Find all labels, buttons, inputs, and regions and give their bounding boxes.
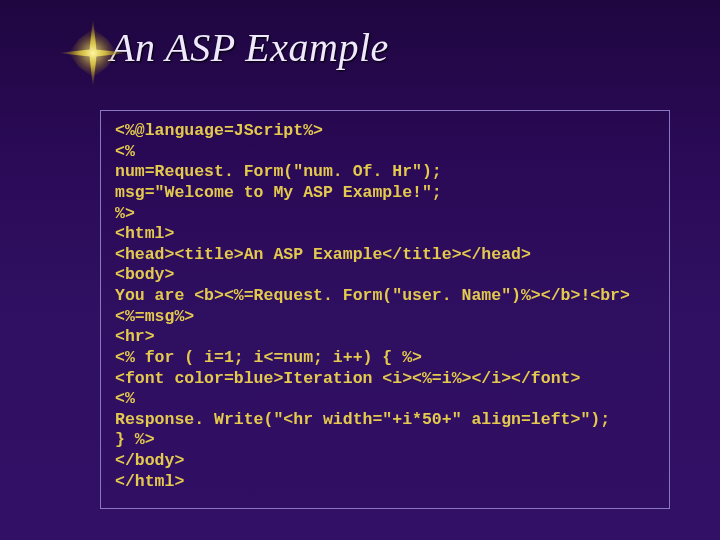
star-icon xyxy=(58,18,128,88)
code-line: <html> xyxy=(115,224,655,245)
code-line: You are <b><%=Request. Form("user. Name"… xyxy=(115,286,655,307)
code-line: num=Request. Form("num. Of. Hr"); xyxy=(115,162,655,183)
code-line: <%@language=JScript%> xyxy=(115,121,655,142)
code-line: Response. Write("<hr width="+i*50+" alig… xyxy=(115,410,655,431)
code-line: %> xyxy=(115,204,655,225)
code-line: <head><title>An ASP Example</title></hea… xyxy=(115,245,655,266)
code-line: <% xyxy=(115,389,655,410)
code-line: <%=msg%> xyxy=(115,307,655,328)
code-line: </body> xyxy=(115,451,655,472)
code-box: <%@language=JScript%> <% num=Request. Fo… xyxy=(100,110,670,509)
code-line: </html> xyxy=(115,472,655,493)
code-line: <hr> xyxy=(115,327,655,348)
code-line: <font color=blue>Iteration <i><%=i%></i>… xyxy=(115,369,655,390)
code-line: msg="Welcome to My ASP Example!"; xyxy=(115,183,655,204)
slide: An ASP Example <%@language=JScript%> <% … xyxy=(0,0,720,540)
title-row: An ASP Example xyxy=(110,24,389,71)
code-line: <body> xyxy=(115,265,655,286)
code-line: <% for ( i=1; i<=num; i++) { %> xyxy=(115,348,655,369)
code-line: <% xyxy=(115,142,655,163)
code-line: } %> xyxy=(115,430,655,451)
slide-title: An ASP Example xyxy=(110,24,389,71)
svg-marker-1 xyxy=(69,29,118,78)
